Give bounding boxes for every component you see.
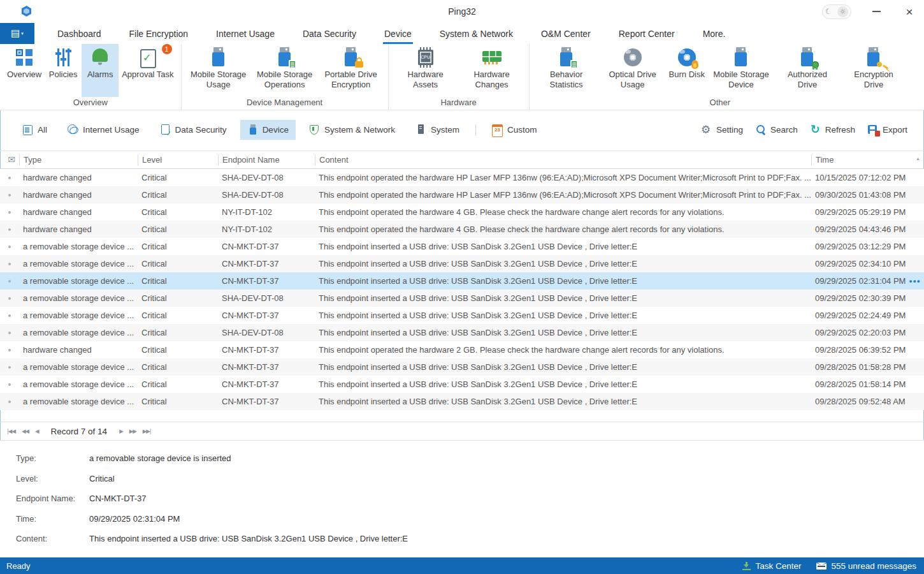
minimize-button[interactable] <box>868 3 884 20</box>
menu-tab-data-security[interactable]: Data Security <box>289 23 370 44</box>
menu-tab-system-network[interactable]: System & Network <box>426 23 527 44</box>
column-header-level[interactable]: Level <box>138 154 218 166</box>
ribbon-item-hardware-changes[interactable]: Hardware Changes <box>459 44 525 97</box>
ribbon-item-overview[interactable]: Overview <box>4 44 45 97</box>
alarm-row[interactable]: a removable storage device ... Critical … <box>0 324 924 341</box>
toolbar-action-setting[interactable]: Setting <box>702 124 743 135</box>
menu-tab-file-encryption[interactable]: File Encryption <box>115 23 203 44</box>
cell-level: Critical <box>138 345 218 355</box>
ribbon-item-mobile-storage-operations[interactable]: Mobile Storage Operations <box>252 44 318 97</box>
toolbar-action-search[interactable]: Search <box>756 124 798 135</box>
cell-level: Critical <box>138 207 218 217</box>
last-icon[interactable] <box>140 428 154 434</box>
ribbon-item-alarms[interactable]: Alarms <box>82 44 119 97</box>
toolbar-action-export[interactable]: Export <box>868 124 907 135</box>
alarm-row[interactable]: a removable storage device ... Critical … <box>0 290 924 307</box>
record-counter: Record 7 of 14 <box>51 427 108 436</box>
ribbon-item-optical-drive-usage[interactable]: Optical Drive Usage <box>600 44 666 97</box>
row-bullet-icon <box>8 280 11 283</box>
cell-endpoint: CN-MKT-DT-37 <box>218 362 315 372</box>
row-more-icon[interactable] <box>909 276 921 285</box>
column-header-content[interactable]: Content <box>315 154 811 166</box>
column-header-endpoint[interactable]: Endpoint Name <box>218 154 315 166</box>
cell-endpoint: SHA-DEV-DT-08 <box>218 293 315 303</box>
ribbon-item-authorized-drive[interactable]: Authorized Drive <box>774 44 841 97</box>
ribbon-item-mobile-storage-usage[interactable]: Mobile Storage Usage <box>185 44 252 97</box>
titlebar: Ping32 ☾ ☼ <box>0 0 924 23</box>
ribbon-item-mobile-storage-device[interactable]: Mobile Storage Device <box>708 44 774 97</box>
search-icon <box>756 124 767 135</box>
scroll-up-icon[interactable] <box>916 156 920 161</box>
alarm-row[interactable]: hardware changed Critical NY-IT-DT-102 T… <box>0 203 924 221</box>
prev-page-icon[interactable] <box>18 428 32 434</box>
menu-tab-more[interactable]: More. <box>689 23 740 44</box>
cell-time: 09/29/2025 02:20:03 PM <box>811 328 924 337</box>
cell-time: 09/28/2025 01:58:28 PM <box>811 362 924 372</box>
filter-data-security[interactable]: Data Security <box>153 120 234 140</box>
cell-time: 09/29/2025 02:24:49 PM <box>811 311 924 320</box>
alarm-row[interactable]: hardware changed Critical NY-IT-DT-102 T… <box>0 221 924 238</box>
alarm-row[interactable]: a removable storage device ... Critical … <box>0 376 924 393</box>
ribbon-item-burn-disk[interactable]: Burn Disk <box>666 44 708 97</box>
filter-internet-usage[interactable]: Internet Usage <box>61 120 147 140</box>
alarm-row[interactable]: a removable storage device ... Critical … <box>0 307 924 324</box>
task-center-button[interactable]: Task Center <box>742 561 801 571</box>
column-header-type[interactable]: Type <box>19 154 138 166</box>
menu-tab-internet-usage[interactable]: Internet Usage <box>202 23 289 44</box>
usb-icon <box>247 124 258 135</box>
ribbon-item-behavior-statistics[interactable]: Behavior Statistics <box>533 44 600 97</box>
filter-system-network[interactable]: System & Network <box>302 120 402 140</box>
usb-key-icon <box>863 47 884 68</box>
cell-type: a removable storage device ... <box>19 397 138 406</box>
usb-doc-icon <box>275 47 295 68</box>
filter-system[interactable]: System <box>408 120 466 140</box>
app-menu-button[interactable] <box>0 23 34 44</box>
cell-content: This endpoint inserted a USB drive: USB … <box>315 311 811 320</box>
ribbon-item-policies[interactable]: Policies <box>45 44 82 97</box>
alarm-row[interactable]: hardware changed Critical CN-MKT-DT-37 T… <box>0 341 924 358</box>
sun-icon[interactable]: ☼ <box>837 6 848 17</box>
menu-tab-report-center[interactable]: Report Center <box>605 23 689 44</box>
menu-tab-dashboard[interactable]: Dashboard <box>43 23 115 44</box>
menu-tab-o-m-center[interactable]: O&M Center <box>527 23 605 44</box>
ribbon-item-approval-task[interactable]: 1 Approval Task <box>119 44 177 97</box>
cell-endpoint: SHA-DEV-DT-08 <box>218 190 315 200</box>
prev-icon[interactable] <box>32 428 42 434</box>
filter-device[interactable]: Device <box>240 120 296 140</box>
next-page-icon[interactable] <box>126 428 140 434</box>
filter-toolbar: All Internet Usage Data Security Device <box>0 110 924 151</box>
cell-level: Critical <box>138 293 218 303</box>
cell-type: a removable storage device ... <box>19 259 138 269</box>
column-header-time[interactable]: Time <box>811 154 924 166</box>
cell-level: Critical <box>138 173 218 182</box>
theme-toggle[interactable]: ☾ ☼ <box>822 4 851 19</box>
alarm-row[interactable]: a removable storage device ... Critical … <box>0 358 924 376</box>
alarm-row[interactable]: hardware changed Critical SHA-DEV-DT-08 … <box>0 169 924 186</box>
row-bullet-icon <box>8 263 11 265</box>
moon-icon[interactable]: ☾ <box>825 7 832 16</box>
ribbon-item-encryption-drive[interactable]: Encryption Drive <box>841 44 907 97</box>
alarm-row[interactable]: a removable storage device ... Critical … <box>0 238 924 255</box>
alarm-row[interactable]: hardware changed Critical SHA-DEV-DT-08 … <box>0 186 924 203</box>
first-icon[interactable] <box>4 428 18 434</box>
detail-field-endpoint-name: Endpoint Name: CN-MKT-DT-37 <box>16 494 924 503</box>
alarm-row[interactable]: a removable storage device ... Critical … <box>0 393 924 410</box>
alarm-row[interactable]: a removable storage device ... Critical … <box>0 272 924 290</box>
menu-tab-device[interactable]: Device <box>370 23 426 44</box>
unread-messages-button[interactable]: 555 unread messages <box>816 561 916 571</box>
clipboard-icon <box>138 47 158 68</box>
toolbar-action-refresh[interactable]: Refresh <box>811 124 855 135</box>
filter-custom[interactable]: Custom <box>485 120 544 140</box>
alarm-row[interactable]: a removable storage device ... Critical … <box>0 255 924 272</box>
ribbon-group-hardware: Hardware Assets Hardware Changes Hardwar… <box>389 44 530 110</box>
cell-level: Critical <box>138 311 218 320</box>
ribbon: Overview Policies Alarms 1 App <box>0 44 924 110</box>
envelope-icon[interactable] <box>0 154 19 166</box>
ribbon-item-portable-drive-encryption[interactable]: Portable Drive Encryption <box>318 44 384 97</box>
disc-gray-icon <box>623 47 643 68</box>
close-button[interactable] <box>901 3 918 20</box>
next-icon[interactable] <box>116 428 126 434</box>
ribbon-item-hardware-assets[interactable]: Hardware Assets <box>393 44 459 97</box>
filter-all[interactable]: All <box>15 120 54 140</box>
filter-chips: All Internet Usage Data Security Device <box>15 120 544 140</box>
